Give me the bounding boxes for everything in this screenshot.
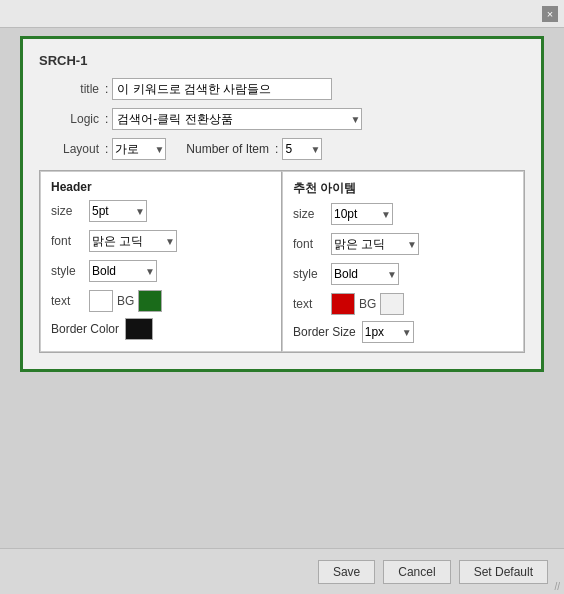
rec-bg-color-swatch[interactable] [380,293,404,315]
rec-style-select-wrapper: Bold Normal Italic ▼ [331,263,399,285]
header-style-row: style Bold Normal Italic ▼ [51,260,271,282]
rec-font-label: font [293,237,331,251]
layout-select[interactable]: 가로 세로 [112,138,166,160]
rec-style-label: style [293,267,331,281]
close-button[interactable]: × [542,6,558,22]
title-bar: × [0,0,564,28]
rec-text-color-swatch[interactable] [331,293,355,315]
set-default-button[interactable]: Set Default [459,560,548,584]
recommended-panel: 추천 아이템 size 10pt 8pt 12pt 14pt ▼ font [282,171,524,352]
rec-size-row: size 10pt 8pt 12pt 14pt ▼ [293,203,513,225]
layout-label: Layout [39,142,99,156]
number-select-wrapper: 5 10 15 20 ▼ [282,138,322,160]
logic-label: Logic [39,112,99,126]
rec-font-row: font 맑은 고딕 굴림 바탕 ▼ [293,233,513,255]
rec-text-label: text [293,297,331,311]
title-row: title : [39,78,525,100]
dialog-id: SRCH-1 [39,53,525,68]
header-border-row: Border Color [51,318,271,340]
number-of-item-label: Number of Item [186,142,269,156]
dialog: SRCH-1 title : Logic : 검색어-클릭 전환상품 옵션2 옵… [20,36,544,372]
title-label: title [39,82,99,96]
logic-select-wrapper: 검색어-클릭 전환상품 옵션2 옵션3 ▼ [112,108,362,130]
rec-border-size-label: Border Size [293,325,356,339]
header-panel-title: Header [51,180,271,194]
header-style-select-wrapper: Bold Normal Italic ▼ [89,260,157,282]
rec-font-select-wrapper: 맑은 고딕 굴림 바탕 ▼ [331,233,419,255]
rec-style-select[interactable]: Bold Normal Italic [331,263,399,285]
rec-font-select[interactable]: 맑은 고딕 굴림 바탕 [331,233,419,255]
rec-border-size-row: Border Size 1px 2px 3px ▼ [293,321,513,343]
rec-size-label: size [293,207,331,221]
number-of-item-select[interactable]: 5 10 15 20 [282,138,322,160]
header-bg-color-swatch[interactable] [138,290,162,312]
resize-handle-icon[interactable]: // [554,581,560,592]
header-color-row: text BG [51,290,271,312]
rec-border-size-select-wrapper: 1px 2px 3px ▼ [362,321,414,343]
header-text-label: text [51,294,89,308]
header-bg-label: BG [117,294,134,308]
layout-row: Layout : 가로 세로 ▼ Number of Item : 5 10 1… [39,138,525,160]
title-colon: : [105,82,108,96]
rec-border-size-select[interactable]: 1px 2px 3px [362,321,414,343]
rec-size-select[interactable]: 10pt 8pt 12pt 14pt [331,203,393,225]
two-panel: Header size 5pt 8pt 10pt 12pt ▼ font [39,170,525,353]
header-style-select[interactable]: Bold Normal Italic [89,260,157,282]
header-size-row: size 5pt 8pt 10pt 12pt ▼ [51,200,271,222]
header-size-select-wrapper: 5pt 8pt 10pt 12pt ▼ [89,200,147,222]
number-colon: : [275,142,278,156]
logic-colon: : [105,112,108,126]
logic-row: Logic : 검색어-클릭 전환상품 옵션2 옵션3 ▼ [39,108,525,130]
cancel-button[interactable]: Cancel [383,560,450,584]
header-size-label: size [51,204,89,218]
recommended-panel-title: 추천 아이템 [293,180,513,197]
title-input[interactable] [112,78,332,100]
header-border-color-swatch[interactable] [125,318,153,340]
header-size-select[interactable]: 5pt 8pt 10pt 12pt [89,200,147,222]
rec-size-select-wrapper: 10pt 8pt 12pt 14pt ▼ [331,203,393,225]
header-panel: Header size 5pt 8pt 10pt 12pt ▼ font [40,171,282,352]
header-text-color-swatch[interactable] [89,290,113,312]
header-font-label: font [51,234,89,248]
layout-colon: : [105,142,108,156]
header-font-select-wrapper: 맑은 고딕 굴림 바탕 ▼ [89,230,177,252]
logic-select[interactable]: 검색어-클릭 전환상품 옵션2 옵션3 [112,108,362,130]
rec-color-row: text BG [293,293,513,315]
header-font-select[interactable]: 맑은 고딕 굴림 바탕 [89,230,177,252]
save-button[interactable]: Save [318,560,375,584]
rec-style-row: style Bold Normal Italic ▼ [293,263,513,285]
layout-select-wrapper: 가로 세로 ▼ [112,138,166,160]
footer: Save Cancel Set Default [0,548,564,594]
header-border-color-label: Border Color [51,322,119,336]
header-style-label: style [51,264,89,278]
header-font-row: font 맑은 고딕 굴림 바탕 ▼ [51,230,271,252]
rec-bg-label: BG [359,297,376,311]
